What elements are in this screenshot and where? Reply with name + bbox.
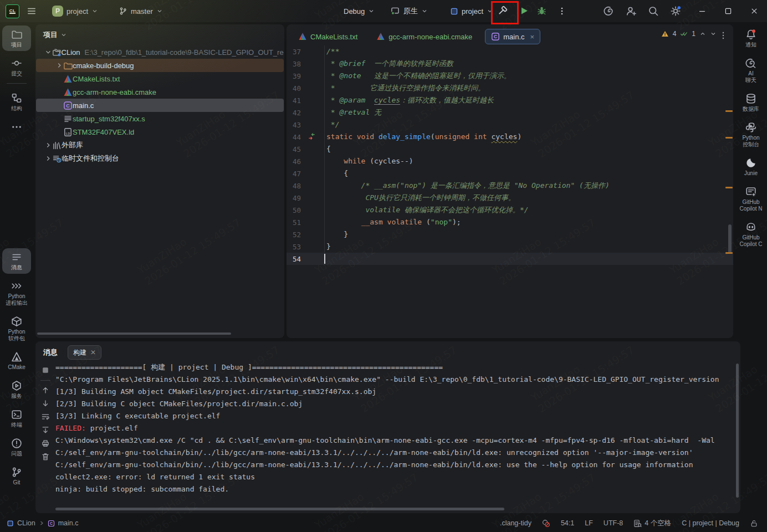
build-vertical-scrollbar[interactable] <box>736 364 739 498</box>
code-line[interactable]: 53} <box>287 241 733 253</box>
ai-assistant-icon[interactable] <box>604 6 615 17</box>
code-line[interactable]: 54 <box>287 253 733 265</box>
toolwindow-button-git[interactable]: Git <box>2 463 31 489</box>
run-configuration-selector[interactable]: project <box>447 3 497 19</box>
build-horizontal-scrollbar[interactable] <box>55 508 504 510</box>
build-console-output[interactable]: ====================[ 构建 | project | Deb… <box>55 361 735 495</box>
warning-stripe-mark[interactable] <box>725 110 733 112</box>
warning-stripe-mark[interactable] <box>725 137 733 139</box>
toolwindow-button-terminal[interactable]: 终端 <box>2 406 31 431</box>
chevron-down-icon[interactable] <box>44 48 52 56</box>
next-problem-icon[interactable] <box>710 30 717 37</box>
editor-tab-CMakeLists.txt[interactable]: CMakeLists.txt <box>292 29 364 44</box>
toolwindow-button-py-out[interactable]: Python 进程输出 <box>2 277 31 309</box>
tree-row[interactable]: Cmain.c <box>36 99 284 112</box>
search-everywhere-icon[interactable] <box>648 6 659 17</box>
prev-problem-icon[interactable] <box>699 30 706 37</box>
run-context[interactable]: C | project | Debug <box>682 519 739 527</box>
tree-row[interactable]: 外部库 <box>36 139 284 152</box>
code-line[interactable]: 39 * @note 这是一个不精确的阻塞延时，仅用于演示。 <box>287 70 733 82</box>
stop-icon[interactable] <box>41 366 50 375</box>
warning-stripe-mark[interactable] <box>725 252 733 254</box>
toolwindow-button-structure[interactable]: 结构 <box>2 89 31 115</box>
soft-wrap-icon[interactable] <box>41 412 50 421</box>
caret-position[interactable]: 54:1 <box>561 519 574 527</box>
tree-row[interactable]: gcc-arm-none-eabi.cmake <box>36 85 284 99</box>
tree-row[interactable]: CMakeLists.txt <box>36 72 284 85</box>
toolwindow-button-commit[interactable]: 提交 <box>2 54 31 80</box>
window-close-button[interactable] <box>742 0 767 22</box>
toolwindow-button-database[interactable]: 数据库 <box>737 90 765 115</box>
window-minimize-button[interactable] <box>689 0 715 22</box>
code-line[interactable]: 49 CPU执行它只消耗一个时钟周期，不做任何事。 <box>287 192 733 204</box>
toolwindow-button-junie[interactable]: Junie <box>737 154 765 180</box>
chevron-right-icon[interactable] <box>44 155 52 162</box>
debug-button[interactable] <box>536 6 547 16</box>
code-editor[interactable]: 37/**38 * @brief 一个简单的软件延时函数39 * @note 这… <box>287 45 733 265</box>
clang-tidy-status[interactable]: .clang-tidy <box>500 519 531 527</box>
more-actions-icon[interactable] <box>558 6 566 16</box>
build-tab[interactable]: 构建 ✕ <box>68 345 101 360</box>
code-line[interactable]: 44static void delay_simple(unsigned int … <box>287 131 733 143</box>
toolchain-selector[interactable]: 原生 <box>387 3 431 19</box>
code-line[interactable]: 50 volatile 确保编译器不会把这个循环优化掉。*/ <box>287 204 733 216</box>
settings-gear-icon[interactable] <box>670 6 681 17</box>
main-menu-icon[interactable] <box>27 6 37 16</box>
chevron-down-icon[interactable] <box>60 32 67 38</box>
run-button[interactable] <box>519 6 529 16</box>
code-with-me-icon[interactable] <box>626 6 637 17</box>
code-line[interactable]: 42 * @retval 无 <box>287 106 733 119</box>
code-line[interactable]: 45{ <box>287 143 733 155</box>
inspection-widget[interactable]: 4 1 <box>661 30 717 38</box>
breadcrumb[interactable]: CLion C main.c <box>0 519 500 527</box>
chevron-right-icon[interactable] <box>55 62 63 69</box>
code-line[interactable]: 40 * 它通过执行空操作指令来消耗时间。 <box>287 82 733 94</box>
toolwindow-button-messages[interactable]: 消息 <box>2 248 31 274</box>
previous-message-icon[interactable] <box>41 386 50 395</box>
editor-tab-gcc-arm-none-eabi.cmake[interactable]: gcc-arm-none-eabi.cmake <box>370 29 478 44</box>
toolwindow-button-more[interactable] <box>2 118 31 135</box>
navigate-arrows-icon[interactable] <box>308 132 316 141</box>
chevron-right-icon[interactable] <box>44 141 52 149</box>
editor-tab-main.c[interactable]: Cmain.c× <box>485 29 540 44</box>
code-line[interactable]: 37/** <box>287 45 733 58</box>
toolwindow-button-py-console[interactable]: Python 控制台 <box>737 119 765 151</box>
code-line[interactable]: 38 * @brief 一个简单的软件延时函数 <box>287 58 733 70</box>
toolwindow-button-ai-chat[interactable]: AI 聊天 <box>737 54 765 86</box>
toolwindow-button-problems[interactable]: 问题 <box>2 434 31 460</box>
code-line[interactable]: 51 __asm volatile ("nop"); <box>287 216 733 228</box>
code-line[interactable]: 43 */ <box>287 119 733 131</box>
line-separator[interactable]: LF <box>585 519 593 527</box>
file-encoding[interactable]: UTF-8 <box>604 519 623 527</box>
tree-row[interactable]: cmake-build-debug <box>36 59 284 72</box>
warning-stripe-mark[interactable] <box>725 187 733 188</box>
breadcrumb-root[interactable]: CLion <box>17 519 35 527</box>
clear-all-icon[interactable] <box>41 452 50 461</box>
tree-row[interactable]: LDSTM32F407VEX.ld <box>36 125 284 139</box>
window-maximize-button[interactable] <box>715 0 741 22</box>
code-line[interactable]: 48 /* __asm("nop") 是一条汇编指令，意思是 "No Opera… <box>287 180 733 192</box>
code-line[interactable]: 41 * @param cycles：循环次数，值越大延时越长 <box>287 94 733 106</box>
code-line[interactable]: 46 while (cycles--) <box>287 155 733 167</box>
close-icon[interactable]: × <box>530 33 535 40</box>
toolwindow-button-copilot-chat[interactable]: GitHub Copilot N <box>737 183 765 215</box>
project-horizontal-scrollbar[interactable] <box>37 332 231 335</box>
toolwindow-button-services[interactable]: 服务 <box>2 377 31 402</box>
toolwindow-button-copilot[interactable]: GitHub Copilot C <box>737 218 765 250</box>
clang-tidy-error-icon[interactable] <box>542 519 550 528</box>
print-icon[interactable] <box>41 439 50 448</box>
close-icon[interactable]: ✕ <box>90 349 96 356</box>
code-line[interactable]: 47 { <box>287 167 733 180</box>
vcs-branch-widget[interactable]: master <box>115 3 166 19</box>
next-message-icon[interactable] <box>41 399 50 408</box>
toolwindow-button-bell[interactable]: 通知 <box>737 25 765 51</box>
unlock-icon[interactable] <box>750 519 758 528</box>
toolwindow-button-py-pkg[interactable]: Python 软件包 <box>2 313 31 345</box>
breadcrumb-file[interactable]: main.c <box>58 519 79 527</box>
project-widget[interactable]: P project <box>49 3 101 19</box>
tree-row[interactable]: 临时文件和控制台 <box>36 152 284 165</box>
toolwindow-button-folder[interactable]: 项目 <box>2 25 31 51</box>
code-line[interactable]: 52 } <box>287 228 733 241</box>
build-type-selector[interactable]: Debug <box>340 3 378 19</box>
indent-widget[interactable]: 4 个空格 <box>633 519 671 528</box>
